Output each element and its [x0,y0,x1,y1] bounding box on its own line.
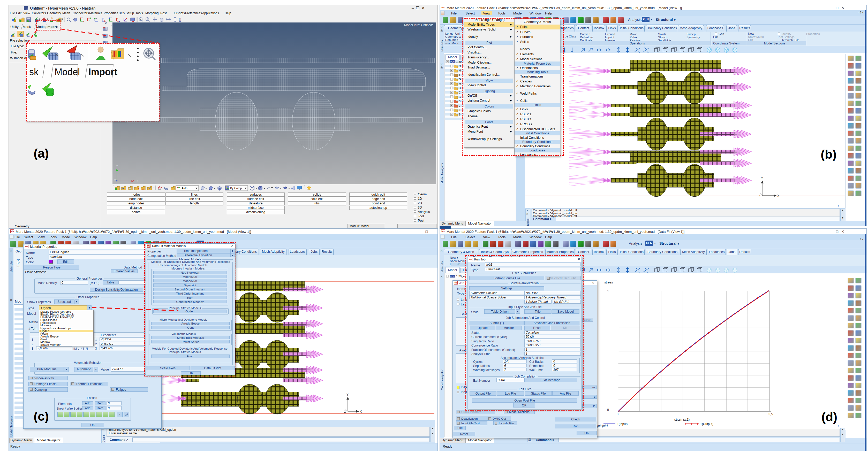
svg-text:z: z [103,17,104,20]
svg-text:By Comp: By Comp [230,187,242,190]
svg-text:T: T [459,73,461,76]
svg-text:0: 0 [617,412,619,416]
svg-text:Y: Y [761,177,763,181]
svg-text:stress: stress [604,281,613,284]
svg-text:L: L [459,104,460,107]
svg-text:strain (x,1): strain (x,1) [674,418,690,421]
svg-text:C: C [459,95,461,98]
svg-text:job job1: job job1 [597,424,608,428]
svg-text:G: G [459,65,461,68]
svg-text:G: G [459,78,461,81]
svg-text:J: J [459,108,460,111]
svg-text:z: z [96,17,97,20]
svg-text:1(Output): 1(Output) [700,422,713,426]
svg-text:1,39_e: 1,39_e [456,275,465,278]
svg-text:C: C [459,91,461,94]
svg-text:M: M [459,82,461,85]
svg-text:D: D [459,87,461,90]
svg-text:Y: Y [81,17,83,20]
svg-text:X: X [777,194,779,198]
svg-text:M: M [459,69,461,72]
svg-text:S: S [459,113,461,116]
svg-text:Auto: Auto [182,187,187,190]
svg-text:Model Info: Untitled*: Model Info: Untitled* [404,23,433,27]
svg-text:3,5: 3,5 [769,412,773,416]
svg-text:0: 0 [607,408,609,412]
svg-text:Z: Z [344,410,346,413]
svg-text:PLN: PLN [451,275,455,278]
svg-text:1: 1 [607,289,609,293]
svg-text:Y: Y [116,164,118,168]
svg-text:Model: Model [55,67,80,77]
svg-text:B: B [459,100,461,103]
svg-text:sk: sk [29,67,39,77]
svg-text:Z: Z [114,179,116,182]
svg-text:X: X [136,179,139,183]
svg-text:Import: Import [88,67,117,77]
svg-text:–: – [140,18,141,21]
svg-text:X: X [360,410,362,414]
svg-text:1(Input): 1(Input) [617,422,627,426]
svg-text:x: x [88,19,90,22]
svg-text:Y: Y [110,17,112,20]
svg-text:{}: {} [179,17,182,22]
svg-text:PLN: PLN [451,61,455,63]
svg-text:Z: Z [758,194,761,197]
svg-text:1,39: 1,39 [456,60,462,63]
svg-text:z: z [117,17,118,20]
svg-text:Y: Y [346,393,348,397]
